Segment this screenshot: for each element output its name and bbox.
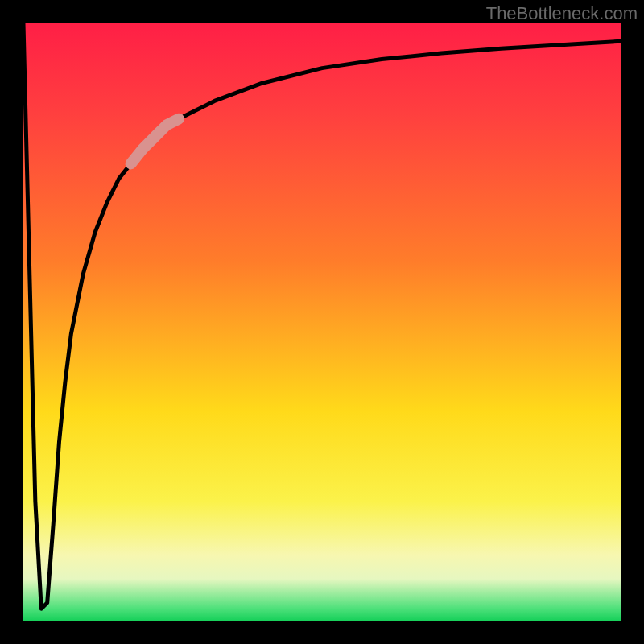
highlight-segment-path (131, 119, 179, 164)
frame-border-bottom (0, 621, 644, 644)
bottleneck-chart: TheBottleneck.com (0, 0, 644, 644)
watermark-text: TheBottleneck.com (486, 3, 638, 24)
frame-border-left (0, 0, 23, 644)
frame-border-right (621, 0, 644, 644)
bottleneck-curve-path (23, 23, 621, 609)
curve-layer (23, 23, 621, 621)
